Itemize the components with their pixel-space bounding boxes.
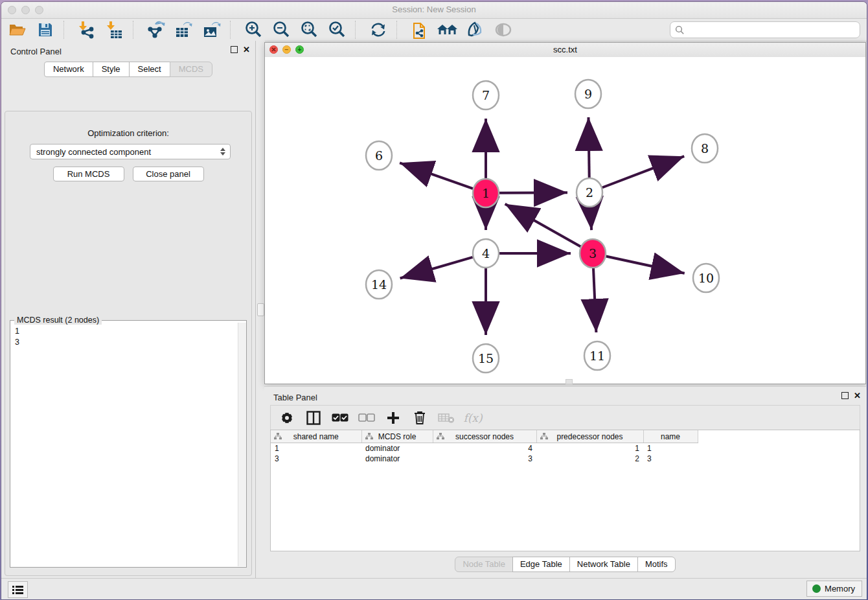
network-graph[interactable]: 1234678910111415 [265, 57, 865, 384]
memory-label: Memory [825, 584, 855, 594]
optimization-criterion-label: Optimization criterion: [5, 128, 251, 138]
tab-network[interactable]: Network [44, 62, 93, 77]
search-field[interactable] [670, 21, 860, 38]
node-table-grid: shared name MCDS role successor nodes pr… [271, 430, 698, 464]
edge-4-14[interactable] [400, 257, 473, 279]
toolbar-separator [355, 21, 360, 39]
edge-1-2[interactable] [499, 192, 567, 193]
toolbar-separator [63, 21, 69, 39]
search-input[interactable] [687, 23, 860, 36]
gear-icon[interactable] [279, 410, 295, 426]
function-builder-icon[interactable]: f(x) [464, 410, 481, 426]
refresh-icon[interactable] [367, 20, 389, 40]
table-row[interactable]: 1 dominator 4 1 1 [271, 443, 698, 454]
export-network-icon[interactable] [145, 20, 167, 40]
network-from-document-icon[interactable] [409, 20, 431, 40]
tab-motifs[interactable]: Motifs [637, 557, 676, 572]
zoom-out-icon[interactable] [270, 20, 292, 40]
cell-predecessor-nodes[interactable]: 1 [536, 443, 643, 454]
memory-button[interactable]: Memory [806, 581, 862, 597]
export-table-icon[interactable] [173, 20, 195, 40]
result-scrollbar[interactable] [238, 323, 246, 566]
delete-row-icon[interactable] [411, 410, 428, 426]
hierarchy-icon [274, 433, 282, 440]
hierarchy-icon [365, 433, 373, 440]
run-mcds-button[interactable]: Run MCDS [53, 167, 124, 181]
zoom-fit-icon[interactable] [298, 20, 320, 40]
panel-splitter[interactable] [255, 41, 265, 579]
edge-3-10[interactable] [606, 256, 685, 273]
mcds-result-textarea[interactable]: 1 3 [10, 323, 238, 567]
splitter-handle[interactable] [257, 303, 264, 316]
main-toolbar [1, 19, 867, 41]
tab-mcds[interactable]: MCDS [170, 62, 212, 77]
column-header-successor-nodes[interactable]: successor nodes [433, 430, 536, 443]
control-panel-header: Control Panel ✕ [1, 41, 255, 62]
select-all-icon[interactable] [332, 410, 348, 426]
tab-style[interactable]: Style [93, 62, 130, 77]
table-header-row: shared name MCDS role successor nodes pr… [271, 430, 698, 443]
edge-2-3[interactable] [590, 207, 591, 230]
node-label-8: 8 [701, 141, 709, 156]
import-table-icon[interactable] [104, 20, 126, 40]
float-panel-icon[interactable] [231, 46, 238, 53]
edge-3-1[interactable] [505, 204, 581, 247]
column-header-predecessor-nodes[interactable]: predecessor nodes [536, 430, 643, 443]
network-view-window: ✕ − + scc.txt 1234678910111415 [264, 42, 866, 384]
edge-3-11[interactable] [593, 268, 596, 332]
cell-mcds-role[interactable]: dominator [361, 454, 433, 464]
cell-successor-nodes[interactable]: 4 [433, 443, 536, 454]
cell-successor-nodes[interactable]: 3 [433, 454, 536, 464]
columns-icon[interactable] [305, 410, 322, 426]
table-panel-header: Table Panel ✕ [264, 387, 866, 405]
criterion-dropdown[interactable]: strongly connected component [30, 144, 231, 159]
import-network-icon[interactable] [76, 20, 98, 40]
edge-2-9[interactable] [588, 117, 589, 178]
apply-style-icon[interactable] [464, 20, 486, 40]
close-panel-icon[interactable]: ✕ [243, 46, 250, 53]
network-resize-grip[interactable] [565, 379, 573, 384]
column-header-name[interactable]: name [643, 430, 698, 443]
table-row[interactable]: 3 dominator 3 2 3 [271, 454, 698, 464]
export-image-icon[interactable] [201, 20, 223, 40]
mcds-panel-body: Optimization criterion: strongly connect… [5, 111, 252, 576]
network-canvas[interactable]: 1234678910111415 [265, 57, 865, 384]
cell-predecessor-nodes[interactable]: 2 [536, 454, 643, 464]
cell-name[interactable]: 1 [643, 443, 698, 454]
dropdown-stepper-icon [218, 144, 228, 159]
node-label-9: 9 [584, 87, 592, 101]
cell-name[interactable]: 3 [643, 454, 698, 464]
zoom-in-icon[interactable] [242, 20, 264, 40]
title-bar: Session: New Session [1, 2, 867, 19]
node-label-2: 2 [586, 185, 593, 200]
close-panel-button[interactable]: Close panel [133, 167, 204, 181]
hide-selected-eye-icon[interactable] [492, 20, 514, 40]
tab-network-table[interactable]: Network Table [569, 557, 638, 572]
tab-edge-table[interactable]: Edge Table [512, 557, 570, 572]
network-window-titlebar[interactable]: ✕ − + scc.txt [265, 43, 865, 58]
node-table[interactable]: shared name MCDS role successor nodes pr… [270, 430, 860, 551]
memory-status-icon [812, 584, 821, 593]
task-history-button[interactable] [8, 581, 28, 598]
edge-1-6[interactable] [400, 163, 473, 189]
mcds-result-group: MCDS result (2 nodes) 1 3 [10, 320, 247, 568]
table-tabs: Node Table Edge Table Network Table Moti… [264, 557, 866, 572]
column-header-mcds-role[interactable]: MCDS role [361, 430, 433, 443]
open-folder-icon[interactable] [6, 20, 29, 40]
save-icon[interactable] [34, 20, 56, 40]
app-window: Session: New Session [1, 2, 867, 599]
deselect-all-icon[interactable] [358, 410, 375, 426]
cell-mcds-role[interactable]: dominator [361, 443, 433, 454]
column-header-shared-name[interactable]: shared name [271, 430, 361, 443]
home-networks-icon[interactable] [437, 20, 459, 40]
add-row-icon[interactable] [385, 410, 402, 426]
zoom-selected-icon[interactable] [326, 20, 348, 40]
edge-2-8[interactable] [602, 156, 685, 187]
close-table-panel-icon[interactable]: ✕ [854, 392, 861, 399]
cell-shared-name[interactable]: 3 [271, 454, 361, 464]
float-table-panel-icon[interactable] [841, 392, 849, 399]
delete-table-icon[interactable] [438, 410, 455, 426]
cell-shared-name[interactable]: 1 [271, 443, 361, 454]
tab-node-table[interactable]: Node Table [455, 557, 513, 572]
tab-select[interactable]: Select [129, 62, 170, 77]
